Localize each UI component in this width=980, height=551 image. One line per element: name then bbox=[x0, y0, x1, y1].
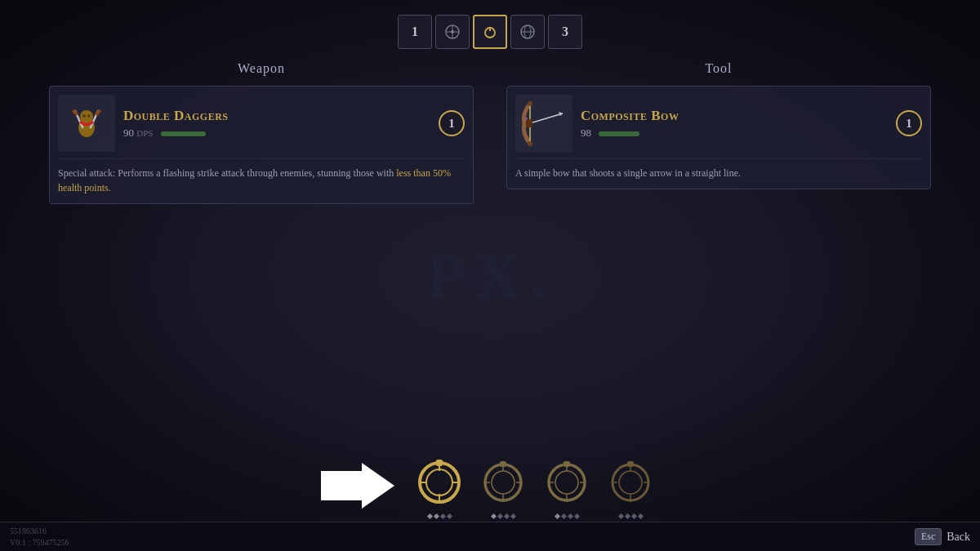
ring-dot bbox=[446, 513, 452, 519]
tool-column: Tool bbox=[490, 61, 947, 212]
ring-dot bbox=[497, 513, 502, 519]
ring-dot bbox=[573, 513, 579, 519]
ring-3-icon bbox=[541, 456, 594, 509]
svg-point-32 bbox=[492, 471, 514, 494]
ring-dot bbox=[510, 513, 515, 519]
weapon-card[interactable]: Double Daggers 90 DPS 1 Special attack: … bbox=[49, 86, 474, 204]
svg-point-10 bbox=[80, 110, 93, 123]
right-arrow-icon bbox=[321, 463, 394, 509]
tool-card-top: Composite Bow 98 1 bbox=[515, 95, 922, 152]
nav-item-3[interactable]: 3 bbox=[548, 15, 582, 49]
bottom-section bbox=[0, 456, 980, 518]
power-icon bbox=[482, 24, 498, 40]
ring-3-dots bbox=[555, 514, 579, 518]
svg-point-12 bbox=[87, 114, 91, 118]
svg-point-3 bbox=[451, 30, 454, 33]
ring-dot bbox=[560, 513, 566, 519]
ring-dot bbox=[567, 513, 572, 519]
ring-2-icon bbox=[477, 456, 530, 509]
weapon-stat: 90 DPS bbox=[123, 127, 430, 140]
nav-label-1: 1 bbox=[412, 24, 418, 39]
ring-dot bbox=[439, 513, 445, 519]
svg-point-11 bbox=[82, 114, 86, 118]
svg-line-18 bbox=[530, 113, 563, 123]
esc-key: Esc bbox=[915, 528, 942, 545]
ring-4-dots bbox=[619, 514, 643, 518]
tool-level: 1 bbox=[896, 110, 922, 136]
tool-info: Composite Bow 98 bbox=[581, 108, 888, 140]
weapon-level: 1 bbox=[439, 110, 465, 136]
tool-card[interactable]: Composite Bow 98 1 A simple bow that sho… bbox=[506, 86, 931, 189]
arrow-indicator bbox=[321, 463, 394, 512]
ring-dot bbox=[426, 513, 432, 519]
ring-dot bbox=[554, 513, 559, 519]
ring-dot bbox=[630, 513, 636, 519]
ring-icon-3 bbox=[538, 456, 595, 509]
bow-icon bbox=[518, 97, 571, 150]
version-number: V0.1 : 759475256 bbox=[10, 537, 69, 549]
svg-point-22 bbox=[528, 141, 532, 146]
ring-icon-1 bbox=[411, 456, 468, 509]
svg-point-46 bbox=[619, 471, 642, 494]
ring-4-icon bbox=[604, 456, 657, 509]
nav-item-globe[interactable] bbox=[510, 15, 545, 49]
watermark: Px. bbox=[426, 238, 555, 313]
weapon-name: Double Daggers bbox=[123, 108, 430, 124]
ring-1-dots bbox=[428, 514, 452, 518]
weapon-image bbox=[58, 95, 115, 152]
weapon-card-top: Double Daggers 90 DPS 1 bbox=[58, 95, 465, 152]
svg-point-39 bbox=[555, 471, 578, 494]
daggers-icon bbox=[60, 97, 114, 150]
ring-2-dots bbox=[492, 514, 515, 518]
bottom-bar: 551863616 V0.1 : 759475256 Esc Back bbox=[0, 522, 980, 551]
svg-point-21 bbox=[528, 101, 532, 106]
svg-rect-20 bbox=[526, 119, 532, 127]
ring-dot bbox=[503, 513, 509, 519]
ring-slot-4[interactable] bbox=[602, 456, 659, 518]
tool-description: A simple bow that shoots a single arrow … bbox=[515, 158, 922, 180]
nav-item-power[interactable] bbox=[473, 15, 507, 49]
nav-label-3: 3 bbox=[562, 24, 568, 39]
seed-number: 551863616 bbox=[10, 526, 69, 537]
ring-dot bbox=[624, 513, 630, 519]
tool-name: Composite Bow bbox=[581, 108, 888, 124]
main-container: Px. 1 3 bbox=[0, 0, 980, 551]
globe-icon bbox=[519, 24, 536, 40]
ring-dot bbox=[637, 513, 643, 519]
weapon-description: Special attack: Performs a flashing stri… bbox=[58, 158, 465, 195]
ring-dot bbox=[433, 513, 439, 519]
tool-column-title: Tool bbox=[506, 61, 931, 76]
ring-slot-3[interactable] bbox=[538, 456, 595, 518]
ring-icon-2 bbox=[474, 456, 532, 509]
svg-marker-23 bbox=[321, 463, 394, 509]
weapon-column: Weapon bbox=[33, 61, 490, 212]
ring-dot bbox=[617, 513, 623, 519]
nav-item-compass[interactable] bbox=[435, 15, 470, 49]
weapon-column-title: Weapon bbox=[49, 61, 474, 76]
ring-slot-2[interactable] bbox=[474, 456, 532, 518]
ring-1-icon bbox=[413, 456, 466, 509]
tool-image bbox=[515, 95, 572, 152]
version-info: 551863616 V0.1 : 759475256 bbox=[10, 526, 69, 549]
compass-icon bbox=[444, 24, 461, 40]
back-button[interactable]: Esc Back bbox=[915, 528, 970, 545]
ring-dot bbox=[490, 513, 496, 519]
weapon-info: Double Daggers 90 DPS bbox=[123, 108, 430, 140]
svg-point-25 bbox=[426, 469, 452, 495]
rings-container bbox=[411, 456, 659, 518]
ring-slot-1[interactable] bbox=[411, 456, 468, 518]
back-label: Back bbox=[947, 531, 970, 544]
nav-item-1[interactable]: 1 bbox=[398, 15, 432, 49]
top-nav: 1 3 bbox=[0, 0, 980, 57]
columns: Weapon bbox=[0, 61, 980, 212]
ring-icon-4 bbox=[602, 456, 659, 509]
tool-stat: 98 bbox=[581, 127, 888, 140]
